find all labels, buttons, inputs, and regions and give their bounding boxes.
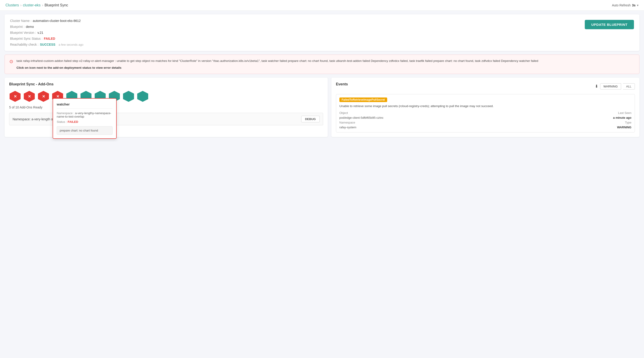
- hex-9[interactable]: [122, 90, 134, 102]
- auto-refresh-label: Auto Refresh: [612, 3, 631, 7]
- breadcrumb-sep2: ›: [42, 3, 43, 7]
- top-bar: Clusters › cluster-eks › Blueprint Sync …: [0, 0, 644, 11]
- breadcrumb-current: Blueprint Sync: [44, 3, 68, 7]
- hex-icon-3: ✕: [42, 94, 45, 99]
- update-blueprint-button[interactable]: UPDATE BLUEPRINT: [585, 20, 634, 29]
- filter-warning-button[interactable]: WARNING: [600, 83, 621, 89]
- object-label: Object: [340, 111, 486, 115]
- breadcrumb-sep1: ›: [20, 3, 22, 7]
- debug-button[interactable]: DEBUG: [301, 116, 320, 122]
- blueprint-row: Blueprint : demo: [10, 25, 84, 28]
- addon-panel: Blueprint Sync - Add-Ons ✕ ✕ ✕ ✕: [4, 78, 328, 137]
- chevron-down-icon: ▾: [637, 3, 638, 7]
- auto-refresh-value: 3s: [632, 3, 636, 7]
- error-banner: ⊙ task rafay-infra/test-custom-addon fai…: [4, 55, 640, 74]
- blueprint-value: demo: [26, 25, 34, 28]
- info-panel: Cluster Name : automation-cluster-boot-e…: [4, 14, 640, 51]
- hex-icon-1: ✕: [14, 94, 17, 99]
- popup-namespace-row: Namespace : a-very-lengthy-namespace-nam…: [57, 111, 112, 118]
- cluster-name-label: Cluster Name :: [10, 19, 31, 23]
- reachability-label: Reachability check :: [10, 43, 39, 46]
- info-fields: Cluster Name : automation-cluster-boot-e…: [10, 19, 84, 46]
- hex-3[interactable]: ✕: [38, 90, 50, 102]
- hex-1[interactable]: ✕: [9, 90, 21, 102]
- events-filters: ⬇ WARNING ALL: [595, 83, 635, 89]
- namespace-value: rafay-system: [340, 126, 486, 129]
- bp-sync-label: Blueprint Sync Status :: [10, 37, 42, 40]
- hex-icon-4: ✕: [56, 94, 59, 99]
- breadcrumb-clusters[interactable]: Clusters: [6, 3, 19, 7]
- event-item: FailedToRetrieveImagePullSecret Unable t…: [336, 94, 635, 132]
- blueprint-label: Blueprint :: [10, 25, 24, 28]
- events-header: Events ⬇ WARNING ALL: [336, 82, 635, 90]
- reachability-status: SUCCESS: [40, 43, 56, 46]
- bottom-panels: Blueprint Sync - Add-Ons ✕ ✕ ✕ ✕: [4, 78, 640, 137]
- cluster-name-row: Cluster Name : automation-cluster-boot-e…: [10, 19, 84, 23]
- popup-status-label: Status :: [57, 120, 67, 124]
- last-seen-value: a minute ago: [485, 116, 632, 119]
- popup-namespace-label: Namespace :: [57, 111, 74, 115]
- bp-version-value: v.21: [38, 31, 43, 34]
- reachability-time: a few seconds ago: [58, 43, 83, 46]
- watcher-popup: watcher Namespace : a-very-lengthy-names…: [52, 98, 117, 139]
- bp-sync-row: Blueprint Sync Status : FAILED: [10, 37, 84, 40]
- error-text-content: task rafay-infra/test-custom-addon faile…: [16, 58, 538, 70]
- bp-version-label: Blueprint Version :: [10, 31, 36, 34]
- events-panel-title: Events: [336, 82, 348, 86]
- breadcrumb-cluster[interactable]: cluster-eks: [23, 3, 40, 7]
- svg-marker-8: [123, 91, 134, 102]
- popup-status-row: Status : FAILED: [57, 120, 112, 124]
- bp-version-row: Blueprint Version : v.21: [10, 31, 84, 34]
- hex-icon-2: ✕: [28, 94, 31, 99]
- events-panel: Events ⬇ WARNING ALL FailedToRetrieveIma…: [332, 78, 640, 137]
- error-message: task rafay-infra/test-custom-addon faile…: [16, 59, 538, 63]
- event-description: Unable to retrieve some image pull secre…: [340, 104, 632, 108]
- reachability-row: Reachability check : SUCCESS a few secon…: [10, 43, 84, 46]
- hex-2[interactable]: ✕: [23, 90, 35, 102]
- object-value: pod/edge-client-5dfbf65b95-cztnc: [340, 116, 486, 119]
- addon-panel-title: Blueprint Sync - Add-Ons: [9, 82, 323, 86]
- event-meta: Object Last Seen pod/edge-client-5dfbf65…: [340, 111, 632, 129]
- type-value: WARNING: [485, 126, 632, 129]
- auto-refresh-control[interactable]: Auto Refresh 3s ▾: [612, 3, 638, 7]
- error-circle-icon: ⊙: [10, 59, 13, 64]
- event-badge: FailedToRetrieveImagePullSecret: [340, 98, 387, 102]
- error-note: Click on icon next to the add-on deploym…: [16, 65, 538, 70]
- breadcrumb: Clusters › cluster-eks › Blueprint Sync: [6, 3, 68, 7]
- popup-status-value: FAILED: [68, 120, 78, 124]
- svg-marker-9: [137, 91, 148, 102]
- type-label: Type: [485, 121, 632, 124]
- namespace-label: Namespace: [340, 121, 486, 124]
- last-seen-label: Last Seen: [485, 111, 632, 115]
- popup-error-box: prepare chart: no chart found: [57, 126, 112, 135]
- filter-all-button[interactable]: ALL: [623, 83, 635, 89]
- hex-10[interactable]: [137, 90, 149, 102]
- download-icon[interactable]: ⬇: [595, 84, 598, 89]
- bp-sync-status: FAILED: [44, 37, 55, 40]
- popup-title: watcher: [57, 102, 112, 109]
- cluster-name-value: automation-cluster-boot-eks-8612: [33, 19, 80, 23]
